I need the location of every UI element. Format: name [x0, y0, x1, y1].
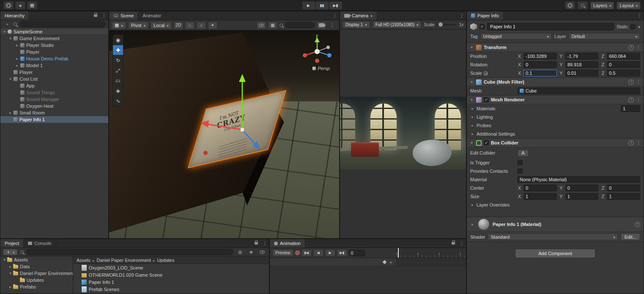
physic-material-field[interactable]: None (Physic Material): [518, 176, 640, 183]
panel-menu-icon[interactable]: [100, 11, 108, 20]
hierarchy-item[interactable]: Sound Manager: [0, 96, 108, 103]
foldout-icon[interactable]: [470, 222, 475, 226]
visibility-toggle[interactable]: [257, 22, 266, 29]
size-x-field[interactable]: 1: [523, 193, 557, 200]
foldout-icon[interactable]: [15, 57, 19, 61]
foldout-icon[interactable]: [8, 285, 13, 289]
resolution-dropdown[interactable]: Full HD (1920x1080): [373, 21, 422, 28]
static-checkbox[interactable]: [630, 24, 636, 29]
foldout-icon[interactable]: [8, 111, 13, 115]
tab-project[interactable]: Project: [0, 239, 24, 248]
file-item[interactable]: Oxygen2003_LOD_Scene: [73, 264, 269, 271]
shader-dropdown[interactable]: Standard: [488, 233, 618, 240]
tree-item[interactable]: Assets: [0, 256, 73, 263]
rotate-tool-button[interactable]: [113, 55, 123, 65]
component-enabled-checkbox[interactable]: [484, 140, 489, 145]
tool-settings-dropdown[interactable]: ▦: [112, 22, 126, 29]
is-trigger-checkbox[interactable]: [518, 160, 523, 165]
hierarchy-item-selected[interactable]: Paper Info 1: [0, 116, 108, 123]
additional-settings-row[interactable]: Additional Settings: [467, 130, 644, 138]
preview-toggle[interactable]: Preview: [272, 249, 293, 256]
materials-row[interactable]: Materials 1: [467, 104, 644, 113]
foldout-icon[interactable]: [470, 115, 475, 119]
hierarchy-item-scene[interactable]: SampleScene: [0, 28, 108, 35]
lock-icon[interactable]: [252, 239, 260, 248]
tree-item[interactable]: Updates: [0, 277, 73, 283]
transform-tool-button[interactable]: [113, 86, 123, 96]
breadcrumb-item[interactable]: Assets: [77, 258, 90, 263]
scale-slider[interactable]: [437, 24, 456, 25]
display-dropdown[interactable]: Display 1: [343, 21, 370, 28]
tree-item[interactable]: Data: [0, 263, 73, 270]
component-menu-icon[interactable]: [636, 79, 641, 85]
grid-toggle[interactable]: ▦: [268, 22, 277, 29]
hierarchy-item[interactable]: Player: [0, 69, 108, 76]
scale-z-field[interactable]: 0.5: [607, 70, 640, 76]
lighting-toggle[interactable]: ☼: [185, 22, 195, 29]
scene-search-input[interactable]: [285, 22, 315, 28]
edit-collider-button[interactable]: A: [518, 150, 529, 157]
project-search-input[interactable]: [26, 249, 233, 255]
cloud-icon[interactable]: ●: [15, 1, 25, 9]
position-x-field[interactable]: -100.3289: [523, 53, 557, 60]
foldout-icon[interactable]: [15, 43, 19, 47]
help-icon[interactable]: [628, 97, 634, 103]
foldout-icon[interactable]: [2, 258, 7, 262]
hierarchy-item[interactable]: Sound Things: [0, 89, 108, 96]
playhead[interactable]: [398, 248, 399, 258]
layout-dropdown[interactable]: Layout: [617, 2, 641, 9]
material-header[interactable]: Paper Info 1 (Material): [467, 217, 644, 232]
foldout-icon[interactable]: [15, 63, 19, 68]
tree-item[interactable]: Prefabs: [0, 283, 73, 290]
account-icon[interactable]: [3, 1, 14, 9]
foldout-icon[interactable]: [470, 203, 475, 207]
hierarchy-item[interactable]: Player Studio: [0, 42, 108, 49]
first-key-button[interactable]: ▮◀: [301, 249, 312, 256]
foldout-icon[interactable]: [469, 141, 474, 145]
hierarchy-item[interactable]: Cool List: [0, 76, 108, 82]
record-button[interactable]: [295, 250, 300, 255]
foldout-icon[interactable]: [470, 106, 475, 111]
search-by-label-icon[interactable]: ◈: [247, 249, 255, 255]
layers-dropdown[interactable]: Layers: [590, 2, 614, 9]
hierarchy-item[interactable]: Model 1: [0, 62, 108, 69]
gizmos-menu-icon[interactable]: [328, 22, 337, 28]
version-control-icon[interactable]: ▦: [27, 1, 37, 9]
scale-y-field[interactable]: 0.01: [565, 70, 599, 76]
layer-dropdown[interactable]: Default: [569, 33, 640, 40]
component-menu-icon[interactable]: [636, 44, 641, 50]
effects-toggle[interactable]: ✦: [208, 22, 217, 29]
help-icon[interactable]: [628, 45, 634, 50]
component-menu-icon[interactable]: [636, 97, 641, 103]
panel-menu-icon[interactable]: [458, 239, 466, 248]
dopesheet-area[interactable]: [397, 258, 466, 266]
hierarchy-item[interactable]: House Demo Prefab: [0, 55, 108, 62]
scale-x-field-focused[interactable]: 0.1: [523, 70, 557, 76]
transform-component-header[interactable]: Transform: [467, 43, 644, 52]
projection-mode[interactable]: Persp: [312, 66, 330, 71]
constrain-proportions-icon[interactable]: [484, 71, 488, 75]
tab-camera[interactable]: Camera: [340, 11, 377, 20]
audio-toggle[interactable]: ♪: [197, 22, 206, 29]
timeline-ruler[interactable]: [397, 248, 466, 258]
position-y-field[interactable]: -1.79: [565, 53, 599, 60]
name-field[interactable]: Paper Info 1: [487, 23, 614, 30]
mesh-filter-component-header[interactable]: Cube (Mesh Filter): [467, 77, 644, 87]
frame-field[interactable]: 0: [349, 250, 365, 256]
tree-item[interactable]: Daniel Paper Environment: [0, 270, 73, 277]
scene-viewport[interactable]: I'm NOT CRAZY Cuz Vibes: [109, 30, 339, 239]
layer-overrides-row[interactable]: Layer Overrides: [467, 201, 644, 209]
search-by-type-icon[interactable]: ◍: [236, 249, 244, 255]
step-button[interactable]: ▶▮: [329, 1, 343, 10]
scale-tool-button[interactable]: [113, 65, 123, 76]
rotation-z-field[interactable]: 0: [607, 61, 640, 68]
hidden-packages-icon[interactable]: [258, 250, 266, 254]
center-y-field[interactable]: 0: [565, 185, 599, 191]
panel-menu-icon[interactable]: [260, 239, 269, 248]
rect-tool-button[interactable]: [113, 76, 123, 86]
hierarchy-item[interactable]: Small Room: [0, 109, 108, 116]
lock-icon[interactable]: [449, 239, 458, 248]
hierarchy-item[interactable]: Oxygen Heat: [0, 103, 108, 109]
lock-icon[interactable]: [91, 11, 100, 20]
file-item[interactable]: Paper Info 1: [73, 278, 269, 286]
